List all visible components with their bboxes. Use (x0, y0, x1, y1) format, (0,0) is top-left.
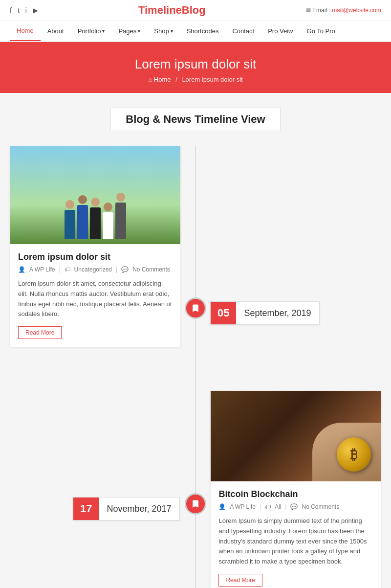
shop-chevron: ▾ (171, 28, 173, 34)
head-4 (104, 203, 112, 211)
post1-card: Lorem ipsum dolor sit 👤 A WP Life | 🏷 Un… (10, 146, 181, 347)
hero-banner: Lorem ipsum dolor sit ⌂ Home / Lorem ips… (0, 42, 391, 93)
body-4 (103, 212, 113, 239)
timeline-dot-1 (185, 297, 206, 319)
section-title: Blog & News Timeline View (110, 108, 280, 131)
facebook-icon[interactable]: f (10, 6, 12, 14)
nav-shop[interactable]: Shop ▾ (147, 22, 179, 41)
post2-read-more[interactable]: Read More (218, 574, 262, 587)
home-icon: ⌂ (148, 76, 152, 83)
timeline: Lorem ipsum dolor sit 👤 A WP Life | 🏷 Un… (10, 146, 381, 588)
nav-pro-view[interactable]: Pro Veiw (261, 22, 300, 41)
post2-comments-icon: 💬 (290, 503, 298, 510)
post2-col: ₿ Bitcoin Blockchain 👤 A WP Life | 🏷 All… (210, 390, 381, 588)
head-3 (91, 198, 100, 206)
post2-date-month: November, 2017 (99, 499, 179, 519)
nav-portfolio[interactable]: Portfolio ▾ (71, 22, 112, 41)
post2-date-badge: 17 November, 2017 (73, 497, 180, 520)
main-content: Blog & News Timeline View (0, 93, 391, 588)
email-bar: ✉ Email : mail@website.com (306, 7, 381, 14)
post2-title: Bitcoin Blockchain (218, 489, 373, 499)
post1-date: 05 September, 2019 (210, 301, 320, 325)
head-1 (65, 200, 74, 209)
timeline-row-1: Lorem ipsum dolor sit 👤 A WP Life | 🏷 Un… (10, 146, 381, 351)
post2-author: A WP Life (230, 503, 255, 510)
section-title-wrap: Blog & News Timeline View (10, 108, 381, 131)
main-nav: Home About Portfolio ▾ Pages ▾ Shop ▾ Sh… (0, 21, 391, 42)
post2-date-col: 17 November, 2017 (10, 390, 181, 588)
youtube-icon[interactable]: ▶ (33, 6, 38, 14)
person-1 (65, 200, 75, 239)
hero-title: Lorem ipsum dolor sit (10, 57, 381, 72)
nav-inner: Home About Portfolio ▾ Pages ▾ Shop ▾ Sh… (10, 21, 381, 41)
post2-date-day: 17 (73, 498, 99, 520)
post2-image: ₿ (211, 391, 381, 481)
body-2 (77, 205, 88, 239)
person-2 (77, 195, 88, 239)
post2-author-icon: 👤 (218, 503, 226, 510)
timeline-row-2: 17 November, 2017 ₿ (10, 390, 381, 588)
nav-pages[interactable]: Pages ▾ (111, 22, 147, 41)
post2-excerpt: Lorem Ipsum is simply dummied text of th… (218, 516, 373, 567)
social-icons: f t i ▶ (10, 6, 38, 14)
body-3 (90, 207, 101, 239)
email-icon: ✉ (306, 7, 311, 14)
body-5 (115, 203, 126, 239)
person-5 (115, 193, 126, 239)
body-1 (65, 210, 75, 239)
post1-col: Lorem ipsum dolor sit 👤 A WP Life | 🏷 Un… (10, 146, 181, 351)
post2-category: All (275, 503, 281, 510)
head-2 (78, 195, 87, 204)
post1-comments: No Comments (132, 266, 170, 273)
nav-home[interactable]: Home (10, 21, 41, 41)
post2-comments: No Comments (302, 503, 339, 510)
pages-chevron: ▾ (138, 28, 140, 34)
nav-about[interactable]: About (41, 22, 71, 41)
email-link[interactable]: mail@website.com (332, 7, 381, 14)
site-title: TimelineBlog (138, 4, 206, 17)
person-4 (103, 203, 113, 239)
post1-comments-icon: 💬 (121, 266, 129, 273)
post1-category: Uncategorized (74, 266, 112, 273)
breadcrumb-separator: / (175, 76, 177, 83)
post1-date-day: 05 (211, 302, 236, 324)
site-title-main: Timeline (138, 4, 182, 16)
post2-date: 17 November, 2017 (73, 497, 180, 520)
post2-body: Bitcoin Blockchain 👤 A WP Life | 🏷 All |… (211, 481, 381, 588)
post1-title: Lorem ipsum dolor sit (18, 252, 173, 262)
people-group (65, 193, 126, 244)
bitcoin-coin: ₿ (337, 437, 371, 472)
post1-read-more[interactable]: Read More (18, 326, 62, 339)
nav-shortcodes[interactable]: Shortcodes (180, 22, 226, 41)
post1-category-icon: 🏷 (65, 266, 70, 273)
post1-author-icon: 👤 (18, 266, 25, 273)
post1-author: A WP Life (29, 266, 55, 273)
twitter-icon[interactable]: t (18, 6, 20, 14)
instagram-icon[interactable]: i (25, 6, 27, 14)
timeline-dot-2 (185, 493, 206, 515)
post1-date-badge: 05 September, 2019 (210, 301, 320, 325)
post1-body: Lorem ipsum dolor sit 👤 A WP Life | 🏷 Un… (10, 244, 180, 347)
breadcrumb-home[interactable]: Home (154, 76, 171, 83)
breadcrumb: ⌂ Home / Lorem ipsum dolor sit (10, 76, 381, 83)
nav-go-to-pro[interactable]: Go To Pro (300, 22, 342, 41)
site-title-accent: Blog (182, 4, 206, 16)
post2-meta: 👤 A WP Life | 🏷 All | 💬 No Comments (218, 503, 373, 510)
head-5 (116, 193, 125, 202)
post2-card: ₿ Bitcoin Blockchain 👤 A WP Life | 🏷 All… (210, 390, 381, 588)
portfolio-chevron: ▾ (102, 28, 105, 34)
timeline-line-1 (195, 146, 196, 351)
post1-meta: 👤 A WP Life | 🏷 Uncategorized | 💬 No Com… (18, 266, 173, 273)
nav-contact[interactable]: Contact (225, 22, 261, 41)
post1-excerpt: Lorem ipsum dolor sit amet, consectetur … (18, 279, 173, 319)
post1-image (10, 146, 180, 244)
timeline-line-2 (195, 390, 196, 588)
person-3 (90, 198, 101, 239)
post1-date-month: September, 2019 (236, 303, 319, 323)
post2-category-icon: 🏷 (265, 503, 271, 510)
top-bar: f t i ▶ TimelineBlog ✉ Email : mail@webs… (0, 0, 391, 21)
breadcrumb-current: Lorem ipsum dolor sit (182, 76, 242, 83)
